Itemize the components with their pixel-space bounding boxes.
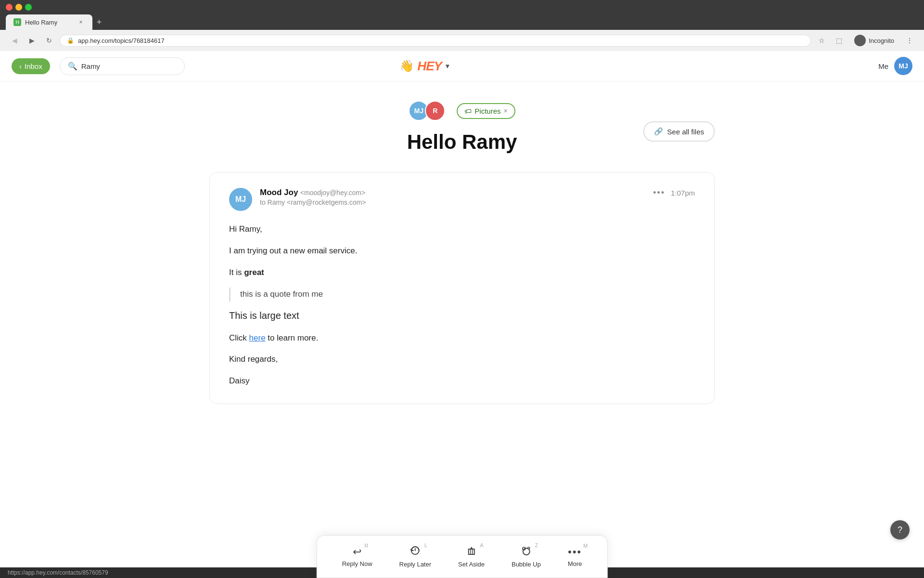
- new-tab-button[interactable]: +: [92, 15, 106, 29]
- email-line2-prefix: It is: [229, 268, 244, 277]
- browser-chrome: H Hello Ramy × + ◀ ▶ ↻ 🔒 app.hey.com/top…: [0, 0, 924, 51]
- tab-favicon: H: [13, 18, 21, 26]
- email-blockquote: this is a quote from me: [229, 288, 695, 302]
- sender-details: Mood Joy <moodjoy@hey.com> to Ramy <ramy…: [260, 188, 366, 206]
- incognito-label: Incognito: [869, 37, 894, 44]
- browser-menu-button[interactable]: ⋮: [903, 34, 916, 47]
- tag-label: Pictures: [475, 107, 500, 115]
- close-window-button[interactable]: [6, 4, 13, 11]
- email-closing: Kind regards,: [229, 353, 695, 367]
- tag-icon: 🏷: [464, 107, 472, 115]
- sender-avatar: MJ: [229, 188, 252, 211]
- more-icon: ••• M: [568, 546, 582, 558]
- reload-button[interactable]: ↻: [42, 34, 56, 47]
- set-aside-icon: A: [466, 545, 477, 559]
- see-all-files-label: See all files: [667, 128, 704, 136]
- bubble-up-shortcut: Z: [535, 542, 539, 548]
- see-all-files-icon: 🔗: [654, 127, 663, 136]
- bubble-up-icon: Z: [521, 545, 531, 559]
- address-bar[interactable]: 🔒 app.hey.com/topics/768184617: [60, 35, 811, 47]
- thread-header: MJ R 🏷 Pictures × Hello Ramy 🔗 See all f…: [209, 91, 715, 172]
- email-line2-bold: great: [244, 268, 264, 277]
- inbox-label: Inbox: [25, 62, 42, 70]
- user-avatar[interactable]: MJ: [894, 57, 912, 75]
- action-bar: ↩ R Reply Now L Reply Later A Set: [317, 535, 608, 578]
- reply-now-button[interactable]: ↩ R Reply Now: [329, 542, 386, 571]
- email-time: 1:07pm: [671, 189, 695, 197]
- tab-close-button[interactable]: ×: [77, 18, 85, 26]
- browser-nav: ◀ ▶ ↻ 🔒 app.hey.com/topics/768184617 ☆ ⬚…: [0, 30, 924, 51]
- email-line1: I am trying out a new email service.: [229, 244, 695, 258]
- browser-nav-right: ☆ ⬚ Incognito ⋮: [815, 33, 916, 48]
- reply-now-label: Reply Now: [342, 560, 372, 567]
- tab-bar: H Hello Ramy × +: [0, 14, 924, 30]
- maximize-window-button[interactable]: [25, 4, 32, 11]
- email-line2: It is great: [229, 266, 695, 280]
- sender-email-address: <moodjoy@hey.com>: [300, 189, 365, 197]
- active-tab[interactable]: H Hello Ramy ×: [6, 14, 92, 30]
- email-header: MJ Mood Joy <moodjoy@hey.com> to Ramy <r…: [229, 188, 695, 211]
- sender-name: Mood Joy: [260, 188, 298, 197]
- extensions-button[interactable]: ⬚: [832, 34, 846, 47]
- me-label: Me: [878, 62, 888, 70]
- reply-later-shortcut: L: [424, 542, 427, 548]
- app-content: ‹ Inbox 🔍 Ramy 👋 HEY ▾ Me MJ MJ R: [0, 51, 924, 578]
- svg-point-3: [527, 547, 529, 549]
- app-header: ‹ Inbox 🔍 Ramy 👋 HEY ▾ Me MJ: [0, 51, 924, 81]
- email-line3: Click here to learn more.: [229, 331, 695, 345]
- hey-logo: 👋 HEY ▾: [399, 59, 448, 74]
- minimize-window-button[interactable]: [15, 4, 22, 11]
- reply-later-icon: L: [410, 545, 421, 559]
- set-aside-button[interactable]: A Set Aside: [445, 541, 498, 572]
- reply-now-shortcut: R: [364, 543, 368, 549]
- more-button[interactable]: ••• M More: [554, 542, 596, 571]
- hey-logo-chevron[interactable]: ▾: [446, 62, 449, 70]
- browser-titlebar: [0, 0, 924, 14]
- email-link-here[interactable]: here: [249, 333, 266, 342]
- search-text: Ramy: [81, 62, 100, 70]
- search-bar[interactable]: 🔍 Ramy: [60, 57, 185, 75]
- participants-row: MJ R 🏷 Pictures ×: [209, 101, 715, 121]
- incognito-avatar: [854, 35, 866, 46]
- reply-now-icon: ↩ R: [353, 546, 361, 558]
- sender-name-line: Mood Joy <moodjoy@hey.com>: [260, 188, 366, 197]
- email-line3-prefix: Click: [229, 333, 249, 342]
- url-text: app.hey.com/topics/768184617: [78, 37, 165, 44]
- more-label: More: [568, 560, 582, 567]
- set-aside-shortcut: A: [480, 542, 483, 548]
- set-aside-label: Set Aside: [458, 561, 485, 568]
- to-email: <ramy@rocketgems.com>: [287, 198, 366, 206]
- email-greeting: Hi Ramy,: [229, 223, 695, 236]
- header-right: Me MJ: [878, 57, 912, 75]
- email-large-text: This is large text: [229, 307, 695, 324]
- inbox-button[interactable]: ‹ Inbox: [12, 58, 50, 74]
- inbox-back-arrow: ‹: [19, 62, 22, 70]
- bookmark-button[interactable]: ☆: [815, 34, 828, 47]
- email-thread-container: MJ R 🏷 Pictures × Hello Ramy 🔗 See all f…: [209, 81, 715, 452]
- email-meta-right: ••• 1:07pm: [653, 188, 695, 198]
- see-all-files-button[interactable]: 🔗 See all files: [643, 121, 715, 142]
- participant-avatars: MJ R: [409, 101, 445, 121]
- email-card: MJ Mood Joy <moodjoy@hey.com> to Ramy <r…: [209, 172, 715, 404]
- thread-tag-pictures[interactable]: 🏷 Pictures ×: [457, 103, 515, 119]
- email-sender-info: MJ Mood Joy <moodjoy@hey.com> to Ramy <r…: [229, 188, 366, 211]
- help-button[interactable]: ?: [890, 520, 910, 539]
- email-line3-suffix: to learn more.: [266, 333, 319, 342]
- tag-close-button[interactable]: ×: [504, 107, 508, 115]
- email-options-button[interactable]: •••: [653, 188, 665, 198]
- forward-button[interactable]: ▶: [25, 34, 38, 47]
- hey-wave-icon: 👋: [399, 59, 413, 73]
- hey-logo-text: HEY: [417, 59, 441, 74]
- blockquote-text: this is a quote from me: [240, 289, 323, 299]
- profile-button[interactable]: Incognito: [849, 33, 899, 48]
- to-label: to Ramy: [260, 198, 285, 206]
- email-signature: Daisy: [229, 374, 695, 388]
- email-body: Hi Ramy, I am trying out a new email ser…: [229, 223, 695, 388]
- more-shortcut: M: [583, 543, 589, 549]
- back-button[interactable]: ◀: [8, 34, 21, 47]
- tab-title: Hello Ramy: [25, 19, 57, 26]
- participant-avatar-r: R: [425, 101, 445, 121]
- bubble-up-label: Bubble Up: [512, 561, 541, 568]
- bubble-up-button[interactable]: Z Bubble Up: [498, 541, 554, 572]
- reply-later-button[interactable]: L Reply Later: [386, 541, 445, 572]
